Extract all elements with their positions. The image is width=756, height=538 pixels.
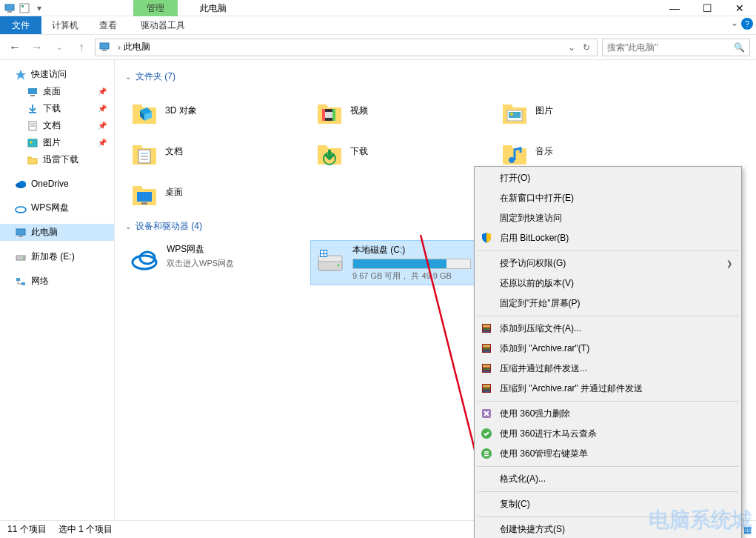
svg-rect-0 (5, 4, 14, 10)
drive-item[interactable]: 本地磁盘 (C:)9.67 GB 可用， 共 49.9 GB (310, 240, 495, 285)
svg-rect-23 (21, 282, 25, 285)
svg-marker-6 (16, 70, 26, 80)
ribbon-collapse-icon[interactable]: ⌄ (731, 18, 738, 30)
nav-back-button[interactable]: ← (6, 39, 24, 56)
qat-dropdown-icon[interactable]: ▾ (33, 1, 46, 15)
sidebar-new-volume[interactable]: 新加卷 (E:) (0, 248, 114, 265)
search-box[interactable]: 🔍 (602, 39, 750, 56)
menu-item[interactable]: 固定到"开始"屏幕(P) (476, 293, 740, 313)
pin-icon: 📌 (98, 87, 107, 96)
folder-item[interactable]: 下载 (310, 131, 495, 172)
menu-item[interactable]: 使用 360强力删除 (476, 404, 740, 424)
menu-separator (478, 250, 738, 251)
nav-recent-dropdown[interactable]: ⌄ (50, 39, 68, 56)
download-folder-icon (313, 136, 344, 167)
drive-icon (314, 244, 347, 276)
menu-item[interactable]: 格式化(A)... (476, 469, 740, 489)
window-title: 此电脑 (200, 2, 227, 15)
menu-item[interactable]: 还原以前的版本(V) (476, 273, 740, 293)
menu-item[interactable]: 授予访问权限(G)❯ (476, 253, 740, 273)
rar-icon (481, 342, 494, 356)
sidebar-network[interactable]: 网络 (0, 273, 114, 290)
group-folders[interactable]: ⌄ 文件夹 (7) (125, 70, 746, 83)
address-dropdown-icon[interactable]: ⌄ (564, 42, 579, 53)
folder-item[interactable]: 视频 (310, 90, 495, 131)
svg-rect-3 (21, 5, 24, 7)
ribbon-tab-drivetools[interactable]: 驱动器工具 (130, 16, 195, 34)
menu-item[interactable]: 固定到快速访问 (476, 208, 740, 228)
svg-rect-5 (102, 50, 107, 51)
menu-item[interactable]: 压缩并通过邮件发送... (476, 359, 740, 379)
menu-item[interactable]: 创建快捷方式(S) (476, 519, 740, 538)
ribbon-context-tab[interactable]: 管理 (133, 0, 178, 16)
folder-item[interactable]: 3D 对象 (125, 90, 310, 131)
menu-item[interactable]: 复制(C) (476, 494, 740, 514)
folder-label: 文档 (165, 145, 183, 158)
svg-point-30 (510, 113, 513, 116)
folder-label: 视频 (350, 104, 368, 117)
svg-rect-1 (7, 11, 12, 13)
menu-item[interactable]: 添加到压缩文件(A)... (476, 319, 740, 339)
svg-rect-61 (483, 365, 490, 368)
sidebar-quick-access[interactable]: 快速访问 (0, 66, 114, 83)
drive-usage-bar (352, 259, 471, 269)
cloud-icon (128, 243, 161, 276)
sidebar-this-pc[interactable]: 此电脑 (0, 224, 114, 241)
menu-separator (478, 401, 738, 402)
menu-item[interactable]: 在新窗口中打开(E) (476, 188, 740, 208)
sidebar-item[interactable]: 下载📌 (0, 100, 114, 117)
rar-icon (481, 382, 494, 396)
folder-item[interactable]: 文档 (125, 131, 310, 172)
close-button[interactable]: ✕ (723, 0, 756, 16)
menu-item[interactable]: 启用 BitLocker(B) (476, 228, 740, 248)
view-icons-icon[interactable]: ▦ (743, 525, 752, 535)
sidebar-item[interactable]: 文档📌 (0, 117, 114, 134)
rar-icon (481, 362, 494, 376)
pin-icon: 📌 (98, 122, 107, 130)
nav-forward-button[interactable]: → (28, 39, 46, 56)
sidebar-item[interactable]: 图片📌 (0, 134, 114, 151)
picture-icon (27, 137, 39, 149)
ribbon-tab-view[interactable]: 查看 (89, 16, 127, 34)
menu-item[interactable]: 打开(O) (476, 168, 740, 188)
ribbon-tab-computer[interactable]: 计算机 (41, 16, 89, 34)
cloud-icon (15, 178, 27, 190)
address-bar[interactable]: › 此电脑 ⌄ ↻ (95, 39, 598, 56)
menu-item[interactable]: 使用 360管理右键菜单 (476, 444, 740, 464)
chevron-down-icon: ⌄ (125, 222, 131, 230)
svg-rect-54 (483, 328, 490, 330)
svg-rect-48 (324, 254, 327, 256)
sidebar-item[interactable]: 桌面📌 (0, 83, 114, 100)
svg-rect-38 (141, 202, 147, 205)
cloud-icon (15, 202, 27, 214)
search-icon[interactable]: 🔍 (734, 42, 745, 53)
drive-item-cloud[interactable]: WPS网盘双击进入WPS网盘 (125, 240, 310, 285)
svg-rect-63 (483, 371, 490, 372)
maximize-button[interactable]: ☐ (691, 0, 723, 16)
svg-rect-58 (483, 348, 490, 350)
star-icon (15, 69, 27, 81)
svg-rect-13 (28, 139, 37, 147)
sidebar-onedrive[interactable]: OneDrive (0, 176, 114, 192)
sidebar-wps[interactable]: WPS网盘 (0, 199, 114, 216)
menu-item[interactable]: 添加到 "Archive.rar"(T) (476, 339, 740, 359)
menu-item[interactable]: 压缩到 "Archive.rar" 并通过邮件发送 (476, 379, 740, 399)
search-input[interactable] (607, 42, 734, 53)
svg-point-21 (23, 257, 24, 259)
svg-rect-46 (324, 250, 327, 253)
sidebar-item[interactable]: 迅雷下载 (0, 151, 114, 168)
svg-rect-27 (325, 112, 332, 118)
help-icon[interactable]: ? (741, 18, 753, 30)
nav-up-button[interactable]: ↑ (73, 39, 90, 56)
minimize-button[interactable]: — (658, 0, 691, 16)
address-refresh-icon[interactable]: ↻ (579, 42, 594, 53)
address-text: 此电脑 (124, 41, 564, 53)
menu-item[interactable]: 使用 360进行木马云查杀 (476, 424, 740, 444)
ribbon-file-tab[interactable]: 文件 (0, 16, 41, 34)
video-folder-icon (313, 96, 344, 127)
svg-rect-26 (332, 109, 335, 121)
folder-item[interactable]: 图片 (495, 90, 680, 131)
folder-item[interactable]: 桌面 (125, 172, 310, 213)
qat-properties-icon[interactable] (18, 1, 31, 15)
music-folder-icon (498, 136, 529, 167)
